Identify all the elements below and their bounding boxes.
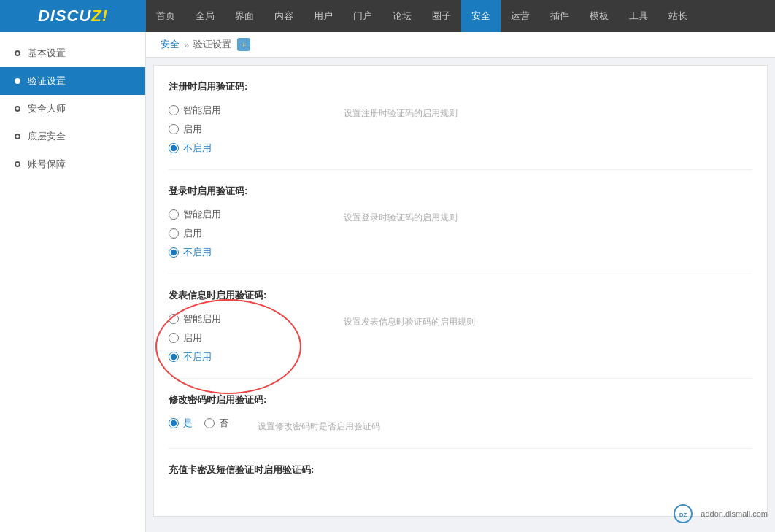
radio-login-on-label: 启用	[183, 227, 202, 240]
radio-login-off-input[interactable]	[169, 247, 179, 258]
breadcrumb-current: 验证设置	[193, 38, 231, 51]
radio-login-smart[interactable]: 智能启用	[169, 208, 315, 221]
radio-password-yes-label: 是	[183, 417, 193, 430]
nav-item-plugin[interactable]: 插件	[540, 0, 579, 32]
nav-item-portal[interactable]: 门户	[343, 0, 382, 32]
radio-login-smart-input[interactable]	[169, 209, 179, 220]
sidebar-dot-active	[15, 78, 20, 84]
section-post-title: 发表信息时启用验证码:	[169, 289, 752, 302]
breadcrumb-sep: »	[184, 39, 189, 50]
sidebar-item-account[interactable]: 账号保障	[0, 150, 145, 178]
nav-item-template[interactable]: 模板	[579, 0, 619, 32]
radio-login-smart-label: 智能启用	[183, 208, 221, 221]
radio-post-on-input[interactable]	[169, 333, 179, 343]
radio-register-smart-input[interactable]	[169, 105, 179, 115]
sidebar-dot	[15, 50, 20, 56]
content-panel: 注册时启用验证码: 智能启用 启用 不启用	[153, 65, 768, 517]
nav-item-webmaster[interactable]: 站长	[658, 0, 698, 32]
hint-register: 设置注册时验证码的启用规则	[344, 107, 458, 120]
nav-item-tools[interactable]: 工具	[619, 0, 658, 32]
section-register: 注册时启用验证码: 智能启用 启用 不启用	[169, 80, 752, 170]
sidebar-label-basic: 基本设置	[28, 47, 66, 60]
radio-row-password: 是 否	[169, 417, 228, 430]
nav-item-home[interactable]: 首页	[146, 0, 185, 32]
nav-item-user[interactable]: 用户	[304, 0, 343, 32]
section-password-title: 修改密码时启用验证码:	[169, 393, 752, 406]
watermark-text: addon.dismall.com	[701, 509, 768, 518]
main-content: 安全 » 验证设置 + 注册时启用验证码: 智能启用	[146, 32, 775, 532]
nav-item-ops[interactable]: 运营	[501, 0, 540, 32]
radio-login-off-label: 不启用	[183, 246, 212, 259]
watermark: DZ addon.dismall.com	[668, 503, 768, 525]
sidebar-label-account: 账号保障	[28, 158, 66, 171]
radio-register-smart-label: 智能启用	[183, 104, 221, 117]
radio-password-yes-input[interactable]	[169, 418, 179, 428]
breadcrumb-add-button[interactable]: +	[237, 38, 250, 51]
sidebar-dot	[15, 134, 20, 139]
breadcrumb-parent[interactable]: 安全	[161, 38, 180, 51]
sidebar-label-lowlevel: 底层安全	[28, 130, 66, 143]
radio-password-yes[interactable]: 是	[169, 417, 193, 430]
radio-post-off-input[interactable]	[169, 352, 179, 362]
section-password: 修改密码时启用验证码: 是 否 设置修改密码时是否启用验证码	[169, 393, 752, 449]
radio-register-on-input[interactable]	[169, 124, 179, 134]
section-recharge: 充值卡密及短信验证时启用验证码:	[169, 463, 752, 501]
hint-post: 设置发表信息时验证码的启用规则	[344, 315, 475, 329]
sidebar: 基本设置 验证设置 安全大师 底层安全 账号保障	[0, 32, 146, 532]
radio-password-no-input[interactable]	[204, 418, 215, 428]
sidebar-item-lowlevel[interactable]: 底层安全	[0, 123, 145, 150]
radio-register-off-input[interactable]	[169, 143, 179, 153]
hint-password: 设置修改密码时是否启用验证码	[258, 420, 380, 433]
radio-login-on-input[interactable]	[169, 228, 179, 239]
radio-post-smart-label: 智能启用	[183, 312, 221, 325]
section-recharge-title: 充值卡密及短信验证时启用验证码:	[169, 463, 752, 477]
nav-item-global[interactable]: 全局	[185, 0, 225, 32]
section-register-body: 智能启用 启用 不启用 设置注册时验证码的启用规则	[169, 104, 752, 155]
sidebar-item-basic[interactable]: 基本设置	[0, 39, 145, 67]
section-login: 登录时启用验证码: 智能启用 启用 不启用	[169, 185, 752, 274]
section-login-body: 智能启用 启用 不启用 设置登录时验证码的启用规则	[169, 208, 752, 259]
nav-items: 首页 全局 界面 内容 用户 门户 论坛 圈子 安全 运营 插件 模板 工具 站…	[146, 0, 775, 32]
nav-item-security[interactable]: 安全	[461, 0, 501, 32]
radio-post-smart-input[interactable]	[169, 314, 179, 324]
section-register-title: 注册时启用验证码:	[169, 80, 752, 93]
radio-login-on[interactable]: 启用	[169, 227, 315, 240]
sidebar-item-secmaster[interactable]: 安全大师	[0, 95, 145, 123]
section-post: 发表信息时启用验证码: 智能启用 启用	[169, 289, 752, 379]
radio-group-register: 智能启用 启用 不启用	[169, 104, 315, 155]
nav-item-content[interactable]: 内容	[264, 0, 304, 32]
radio-post-on-label: 启用	[183, 331, 202, 344]
sidebar-dot	[15, 106, 20, 112]
sidebar-label-verify: 验证设置	[28, 74, 66, 88]
hint-login: 设置登录时验证码的启用规则	[344, 211, 458, 225]
radio-register-on-label: 启用	[183, 123, 202, 136]
section-password-body: 是 否 设置修改密码时是否启用验证码	[169, 417, 752, 433]
radio-post-off[interactable]: 不启用	[169, 350, 315, 363]
radio-password-no-label: 否	[219, 417, 228, 430]
radio-register-on[interactable]: 启用	[169, 123, 315, 136]
top-nav: DISCUZ! 首页 全局 界面 内容 用户 门户 论坛 圈子 安全 运营 插件…	[0, 0, 775, 32]
svg-text:DZ: DZ	[679, 512, 687, 518]
radio-register-smart[interactable]: 智能启用	[169, 104, 315, 117]
radio-group-post: 智能启用 启用 不启用	[169, 312, 315, 363]
logo-text: DISCUZ!	[38, 7, 108, 26]
section-login-title: 登录时启用验证码:	[169, 185, 752, 198]
radio-post-on[interactable]: 启用	[169, 331, 315, 344]
nav-item-circle[interactable]: 圈子	[422, 0, 461, 32]
radio-register-off-label: 不启用	[183, 142, 212, 155]
nav-item-forum[interactable]: 论坛	[382, 0, 422, 32]
radio-password-no[interactable]: 否	[204, 417, 228, 430]
logo[interactable]: DISCUZ!	[0, 0, 146, 32]
layout: 基本设置 验证设置 安全大师 底层安全 账号保障 安全 » 验证设置 +	[0, 32, 775, 532]
watermark-logo-icon: DZ	[668, 503, 698, 525]
sidebar-label-secmaster: 安全大师	[28, 102, 66, 115]
radio-login-off[interactable]: 不启用	[169, 246, 315, 259]
sidebar-item-verify[interactable]: 验证设置	[0, 67, 145, 95]
breadcrumb: 安全 » 验证设置 +	[146, 32, 775, 58]
radio-post-off-label: 不启用	[183, 350, 212, 363]
radio-post-smart[interactable]: 智能启用	[169, 312, 315, 325]
section-post-body: 智能启用 启用 不启用 设置发表信息时验证码的启用规则	[169, 312, 752, 363]
radio-group-login: 智能启用 启用 不启用	[169, 208, 315, 259]
nav-item-interface[interactable]: 界面	[225, 0, 264, 32]
radio-register-off[interactable]: 不启用	[169, 142, 315, 155]
